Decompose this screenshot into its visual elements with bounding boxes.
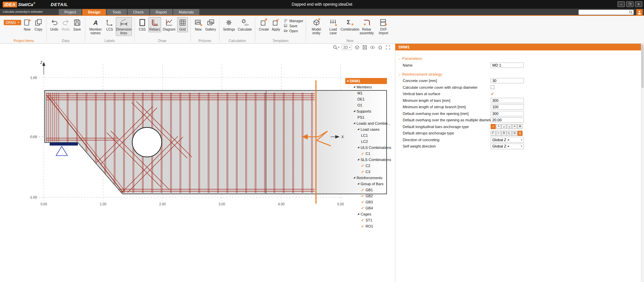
visibility-check-icon[interactable]: ✓ <box>361 194 364 198</box>
tree-item-members[interactable]: ◢Members <box>345 84 387 90</box>
tree-item-gb4[interactable]: ✓GB4 <box>345 205 387 211</box>
anchorage-closed-hooks-button[interactable]: Ц <box>517 131 523 136</box>
tab-materials[interactable]: Materials <box>173 9 200 15</box>
tree-item-loads-and-combin[interactable]: ◢Loads and Combin... <box>345 120 387 126</box>
tree-item-m1[interactable]: M1 <box>345 90 387 96</box>
tree-item-c3[interactable]: ✓C3 <box>345 169 387 175</box>
ribbon-css-button[interactable]: CSS <box>137 17 148 32</box>
ribbon-dimension-lines-button[interactable]: Dimension lines <box>116 17 132 36</box>
scrollbar-thumb[interactable] <box>641 44 644 88</box>
tree-expand-icon[interactable]: ◢ <box>353 176 355 179</box>
anchorage-hook-open-right-button[interactable]: ⌐ <box>496 131 501 136</box>
tab-tools[interactable]: Tools <box>107 9 127 15</box>
tree-item-ro1[interactable]: ✓RO1 <box>345 223 387 229</box>
tree-item-lc1[interactable]: LC1 <box>345 132 387 138</box>
tree-expand-icon[interactable]: ◢ <box>357 146 359 149</box>
solid-view-icon[interactable] <box>362 45 367 50</box>
tree-item-load-cases[interactable]: ◢Load cases <box>345 126 387 132</box>
default-overhang-over-the-opening-as-multiple-diameter-input[interactable] <box>491 117 524 123</box>
tree-expand-icon[interactable]: ◢ <box>353 110 355 112</box>
ribbon-drm1-button[interactable]: DRM1▾ <box>4 20 21 25</box>
tree-item-cages[interactable]: ◢Cages <box>345 211 387 217</box>
tree-item-supports[interactable]: ◢Supports <box>345 108 387 114</box>
ribbon-redo-button[interactable]: Redo <box>60 17 71 32</box>
tree-item-o1[interactable]: O1 <box>345 102 387 108</box>
visibility-check-icon[interactable]: ✓ <box>361 170 364 174</box>
section-parameters[interactable]: ⌄Parameters <box>395 55 644 62</box>
self-weight-direction-select[interactable]: Global Z +▾ <box>491 144 524 149</box>
anchorage-hook-open-left-button[interactable]: Γ <box>491 131 496 136</box>
render-mode-icon[interactable] <box>370 45 375 50</box>
tab-project[interactable]: Project <box>59 9 82 15</box>
tree-expand-icon[interactable]: ◢ <box>357 158 359 161</box>
anchorage-hook-90-down-button[interactable]: ┌ <box>507 124 512 129</box>
anchorage-double-head-button[interactable]: ┻ <box>517 124 523 129</box>
anchorage-hook-90-up-button[interactable]: └ <box>496 124 501 129</box>
ribbon-undo-button[interactable]: Undo <box>49 17 60 32</box>
tree-expand-icon[interactable]: ◢ <box>357 182 359 185</box>
calculate-concrete-cover-with-stirrup-diameter-checkbox[interactable] <box>491 85 494 89</box>
maximize-button[interactable]: ❐ <box>626 1 634 7</box>
ribbon-calculate-button[interactable]: </>Calculate <box>237 17 253 32</box>
ribbon-model-entity-button[interactable]: Model entity <box>308 17 325 36</box>
visibility-check-icon[interactable]: ✓ <box>361 188 364 192</box>
name-input[interactable] <box>491 63 524 68</box>
visibility-check-icon[interactable]: ✓ <box>361 206 364 210</box>
anchorage-straight-button[interactable]: ─ <box>491 124 496 129</box>
minimum-length-of-bars-mm-input[interactable] <box>491 98 524 103</box>
ribbon-member-names-button[interactable]: AMember names <box>88 17 104 36</box>
tree-item-gb1[interactable]: ✓GB1 <box>345 187 387 193</box>
beam-drawing-svg[interactable]: ZX0.001.002.003.004.005.001.000.00-1.00 <box>0 44 395 282</box>
ribbon-diagram-button[interactable]: Diagram <box>162 17 177 32</box>
ribbon-rebar-assembly-button[interactable]: Rebar assembly <box>359 17 375 36</box>
fit-view-icon[interactable] <box>385 45 391 50</box>
ribbon-load-case-button[interactable]: Load case <box>325 17 341 36</box>
ribbon-new-button[interactable]: New <box>22 17 33 32</box>
minimum-length-of-stirrup-branch-mm-input[interactable] <box>491 104 524 110</box>
user-account-button[interactable] <box>636 9 643 15</box>
model-canvas[interactable]: ▾ 2D ▾ ZX0.001.002.003.004.005.001.000.0… <box>0 44 395 282</box>
ribbon-create-button[interactable]: Create <box>258 17 270 32</box>
tree-expand-icon[interactable]: ◢ <box>353 85 355 88</box>
section-reinforcement-strategy[interactable]: ⌄Reinforcement strategy <box>395 71 644 78</box>
section-collapse-icon[interactable]: ⌄ <box>398 73 401 76</box>
section-collapse-icon[interactable]: ⌄ <box>398 57 401 60</box>
visibility-check-icon[interactable]: ✓ <box>361 200 364 204</box>
anchorage-open-top-button[interactable]: Π <box>501 131 506 136</box>
search-input[interactable] <box>579 10 629 14</box>
tree-item-drm1[interactable]: ◢DRM1 <box>345 78 387 84</box>
properties-scrollbar[interactable] <box>641 44 644 282</box>
tree-expand-icon[interactable]: ◢ <box>353 122 355 124</box>
ribbon-templates-manager-button[interactable]: Manager <box>284 18 303 23</box>
tree-expand-icon[interactable]: ◢ <box>357 212 359 215</box>
zoom-menu-button[interactable]: ▾ <box>333 45 340 50</box>
visibility-check-icon[interactable]: ✓ <box>361 152 364 156</box>
tree-item-c2[interactable]: ✓C2 <box>345 163 387 169</box>
concrete-cover-mm-input[interactable] <box>491 78 524 83</box>
anchorage-hook-l-button[interactable]: L <box>507 131 512 136</box>
tab-report[interactable]: Report <box>150 9 172 15</box>
ribbon-templates-open-button[interactable]: Open <box>284 29 303 33</box>
anchorage-t-head-button[interactable]: ┴ <box>512 124 517 129</box>
visibility-check-icon[interactable]: ✓ <box>361 224 364 229</box>
minimize-button[interactable]: – <box>617 1 625 7</box>
ribbon-apply-button[interactable]: Apply <box>270 17 281 32</box>
tree-item-lc2[interactable]: LC2 <box>345 138 387 145</box>
tree-item-gb3[interactable]: ✓GB3 <box>345 199 387 205</box>
default-overhang-over-the-opening-mm-input[interactable] <box>491 111 524 116</box>
tree-item-c1[interactable]: ✓C1 <box>345 151 387 157</box>
tree-item-sls-combinations[interactable]: ◢SLS Combinations <box>345 157 387 163</box>
tree-expand-icon[interactable]: ◢ <box>347 79 348 82</box>
ribbon-copy-button[interactable]: Copy <box>33 17 44 32</box>
close-button[interactable]: ✕ <box>635 1 642 7</box>
ribbon-dxf-import-button[interactable]: DXFDXF Import <box>376 17 392 36</box>
tab-check[interactable]: Check <box>128 9 149 15</box>
ribbon-templates-save-button[interactable]: Save <box>284 24 303 28</box>
direction-of-concreting-select[interactable]: Global Z +▾ <box>491 137 524 143</box>
home-view-icon[interactable] <box>378 45 383 50</box>
visibility-check-icon[interactable]: ✓ <box>361 164 364 168</box>
anchorage-hook-45-button[interactable]: ∠ <box>501 124 506 129</box>
ribbon-combination-button[interactable]: ΣCombination <box>342 17 358 32</box>
ribbon-gallery-button[interactable]: Gallery <box>204 17 217 32</box>
tab-design[interactable]: Design <box>82 9 106 15</box>
